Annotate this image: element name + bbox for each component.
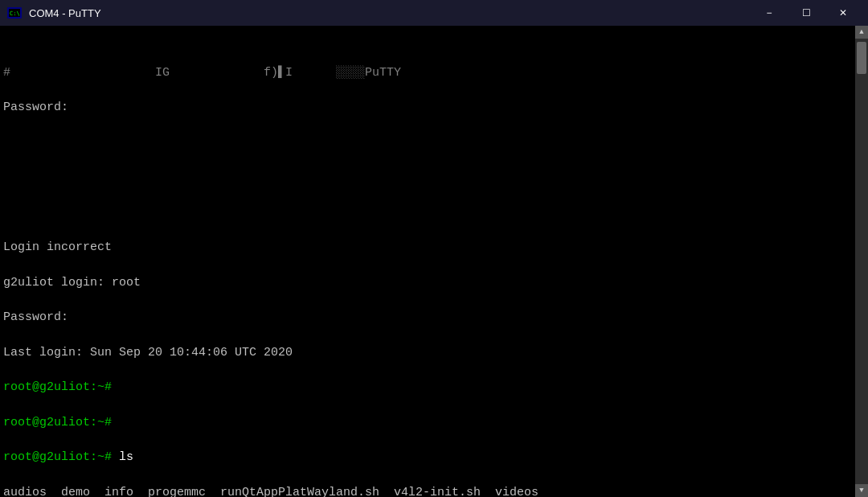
line-login-prompt: g2uliot login: root — [3, 274, 852, 292]
cmd-1 — [112, 380, 119, 394]
terminal-content[interactable]: # IG f)▌I ░░░░PuTTY Password: Login inco… — [0, 26, 855, 497]
titlebar: C:\ COM4 - PuTTY − ☐ ✕ — [0, 0, 868, 26]
scroll-down-button[interactable]: ▼ — [855, 484, 868, 497]
window-title: COM4 - PuTTY — [29, 7, 751, 19]
line-prompt1: root@g2uliot:~# — [3, 379, 852, 396]
line-blank2 — [3, 169, 852, 187]
putty-window: C:\ COM4 - PuTTY − ☐ ✕ # IG f)▌I ░░░░PuT… — [0, 0, 868, 497]
terminal-output: # IG f)▌I ░░░░PuTTY Password: Login inco… — [3, 29, 852, 497]
line-prompt2: root@g2uliot:~# — [3, 414, 852, 432]
prompt-green-2: root@g2uliot:~# — [3, 416, 112, 429]
scrollbar[interactable]: ▲ ▼ — [855, 26, 868, 497]
line-ls-output: audios demo info progemmc runQtAppPlatWa… — [3, 484, 852, 498]
putty-icon: C:\ — [6, 5, 23, 21]
scroll-up-button[interactable]: ▲ — [855, 26, 868, 39]
terminal-area: # IG f)▌I ░░░░PuTTY Password: Login inco… — [0, 26, 868, 497]
prompt-green-3: root@g2uliot:~# — [3, 450, 112, 464]
line-header: # IG f)▌I ░░░░PuTTY — [3, 64, 852, 82]
restore-button[interactable]: ☐ — [788, 0, 825, 26]
window-controls: − ☐ ✕ — [751, 0, 862, 26]
svg-text:C:\: C:\ — [10, 10, 20, 17]
line-last-login: Last login: Sun Sep 20 10:44:06 UTC 2020 — [3, 344, 852, 362]
line-prompt-ls: root@g2uliot:~# ls — [3, 449, 852, 466]
close-button[interactable]: ✕ — [825, 0, 862, 26]
cmd-2 — [112, 416, 119, 429]
line-login-incorrect: Login incorrect — [3, 239, 852, 257]
line-blank1 — [3, 134, 852, 152]
line-password1: Password: — [3, 99, 852, 117]
line-blank3 — [3, 204, 852, 222]
cmd-ls: ls — [112, 450, 133, 464]
scrollbar-thumb[interactable] — [857, 42, 866, 74]
scrollbar-track-area[interactable] — [855, 39, 868, 484]
minimize-button[interactable]: − — [751, 0, 788, 26]
line-password2: Password: — [3, 309, 852, 327]
prompt-green-1: root@g2uliot:~# — [3, 380, 112, 394]
